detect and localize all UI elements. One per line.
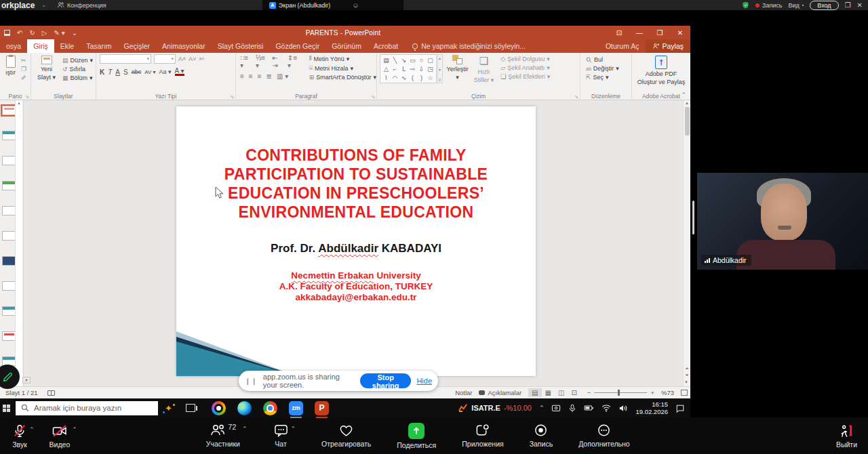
dialog-launcher-icon[interactable]: ⇘ [25, 94, 29, 100]
video-options-chevron[interactable]: ⌃ [72, 426, 77, 433]
notes-button[interactable]: Notlar [455, 389, 472, 396]
dialog-launcher-icon[interactable]: ⇘ [574, 94, 578, 100]
close-window-icon[interactable]: ✕ [670, 29, 690, 37]
save-icon[interactable] [4, 30, 10, 36]
reset-button[interactable]: ↺Sıfırla [62, 66, 93, 73]
arrange-button[interactable]: Yerleştir▾ [444, 53, 471, 83]
collapse-ribbon-icon[interactable]: ⌃ [681, 91, 686, 98]
shape-effects-button[interactable]: ❑Şekil Efektleri ▾ [500, 73, 550, 80]
leave-button[interactable]: Выйти [836, 424, 857, 449]
tab-conference[interactable]: Конференция [50, 0, 113, 10]
shapes-scrollbar[interactable]: ▴▾≡ [437, 54, 443, 83]
font-name-combo[interactable]: ▾ [100, 54, 151, 64]
tell-me-search[interactable]: Ne yapmak istediğinizi söyleyin... [412, 42, 526, 50]
panel-scrollbar[interactable]: ▴ [15, 100, 22, 386]
format-painter-button[interactable]: ✐ [21, 75, 26, 81]
chrome-app-icon[interactable] [263, 401, 277, 415]
font-size-combo[interactable]: ▾ [154, 54, 176, 64]
line-spacing-icon[interactable]: ⇕≡ ▾ [288, 54, 300, 69]
sign-in-button[interactable]: Oturum Aç [599, 42, 646, 50]
pause-icon[interactable]: ❙❙ [245, 377, 258, 385]
tab-transitions[interactable]: Geçişler [118, 39, 157, 53]
annotation-dropdown-icon[interactable]: ▾ [22, 377, 31, 384]
section-button[interactable]: ▦Bölüm ▾ [62, 75, 93, 81]
slide-sorter-view-button[interactable]: ▦ [542, 388, 555, 397]
shape-fill-button[interactable]: ◇Şekil Dolgusu ▾ [500, 56, 550, 62]
zoom-percent[interactable]: %73 [661, 389, 674, 396]
bold-button[interactable]: K [100, 68, 104, 76]
layout-button[interactable]: ▤Düzen ▾ [62, 57, 93, 64]
zoom-app-icon[interactable]: zm [289, 401, 303, 415]
tab-review[interactable]: Gözden Geçir [269, 39, 326, 53]
taskbar-clock[interactable]: 16:15 19.02.2026 [635, 400, 668, 415]
participants-chevron[interactable]: ⌃ [242, 426, 248, 432]
slide-thumbnail[interactable] [2, 281, 16, 291]
login-button[interactable]: Вход [810, 1, 838, 10]
shape-outline-button[interactable]: ▱Şekil Anahattı ▾ [500, 64, 550, 71]
clear-formatting-icon[interactable]: ✄ [199, 56, 205, 62]
security-shield-icon[interactable] [742, 1, 749, 9]
paste-button[interactable]: ıştır [3, 56, 18, 76]
restore-icon[interactable]: ❐ [650, 29, 670, 37]
edge-app-icon[interactable] [237, 401, 252, 415]
wifi-icon[interactable] [601, 404, 611, 412]
slide-thumbnail[interactable] [2, 156, 16, 165]
touch-mode-icon[interactable]: ✎ ▾ [54, 29, 64, 37]
shapes-gallery[interactable]: ▤╲↘▭○▢ △⌐𝖫⇨⇩◳ ⌇◠∿()☆ [380, 54, 437, 83]
tab-file[interactable]: osya [0, 39, 27, 53]
find-button[interactable]: Bul [586, 56, 631, 63]
slide-thumbnail[interactable] [2, 131, 16, 140]
grow-font-icon[interactable]: A˄ [178, 56, 186, 62]
chat-button[interactable]: Чат [273, 423, 289, 448]
tab-screen-share[interactable]: A Экран (Abdulkadir) ☺ [262, 0, 403, 10]
char-spacing-button[interactable]: AV ▾ [144, 69, 155, 75]
tab-insert[interactable]: Ekle [54, 39, 80, 53]
slide-thumbnail[interactable] [2, 206, 16, 215]
replace-button[interactable]: abDeğiştir ▾ [586, 65, 631, 72]
audio-button[interactable]: Звук [12, 424, 27, 449]
bullets-icon[interactable]: ∷≡ ▾ [240, 54, 251, 69]
copilot-app-icon[interactable] [212, 401, 226, 415]
popout-window-icon[interactable]: ❐ [845, 1, 851, 9]
slideshow-icon[interactable]: ▷ [42, 29, 47, 37]
slide-thumbnail[interactable] [2, 231, 16, 241]
font-color-button[interactable]: A ▾ [175, 68, 184, 76]
vertical-scrollbar[interactable]: ▴ ⏶ ⏷ ▾ [683, 100, 690, 386]
reading-view-button[interactable]: ◫ [555, 388, 568, 397]
select-button[interactable]: ⇱Seç ▾ [586, 74, 631, 81]
slide-thumbnail[interactable] [2, 181, 16, 190]
apps-button[interactable]: Приложения [462, 423, 503, 448]
panel-scrollbar-accent[interactable] [692, 201, 694, 234]
audio-options-chevron[interactable]: ⌃ [29, 426, 35, 433]
dialog-launcher-icon[interactable]: ⇘ [371, 94, 375, 100]
powerpoint-app-icon[interactable]: P [315, 401, 329, 415]
slide-thumbnail[interactable] [2, 106, 16, 115]
justify-icon[interactable]: ≣ [267, 73, 272, 80]
undo-icon[interactable]: ↶ [17, 29, 22, 37]
tab-design[interactable]: Tasarım [80, 39, 117, 53]
stop-sharing-button[interactable]: Stop sharing [360, 373, 411, 388]
dialog-launcher-icon[interactable]: ⇘ [230, 94, 234, 100]
align-left-icon[interactable]: ≡ [240, 73, 244, 80]
numbering-icon[interactable]: ⅓≡ ▾ [256, 54, 268, 69]
slide-thumbnail[interactable] [2, 256, 16, 266]
record-button[interactable]: Запись [530, 423, 553, 448]
change-case-button[interactable]: Aa ▾ [159, 68, 172, 75]
reaction-smiley-icon[interactable]: ☺ [352, 1, 359, 9]
close-icon[interactable]: ✕ [857, 1, 863, 9]
more-button[interactable]: Дополнительно [578, 423, 630, 448]
view-menu[interactable]: Вид ▪ [788, 2, 804, 9]
italic-button[interactable]: T [108, 68, 112, 76]
shrink-font-icon[interactable]: A˅ [189, 56, 196, 62]
start-button-icon[interactable] [3, 405, 10, 412]
chevron-down-icon[interactable]: ⌄ [41, 2, 46, 8]
stock-ticker-widget[interactable]: ISATR.E -%10.00 [458, 404, 532, 412]
proofing-icon[interactable] [47, 390, 55, 396]
new-slide-button[interactable]: YeniSlayt ▾ [35, 56, 58, 81]
normal-view-button[interactable]: ▤ [528, 388, 541, 397]
share-button[interactable]: Paylaş [646, 39, 690, 53]
columns-icon[interactable]: ▥ ▾ [277, 73, 288, 80]
tab-view[interactable]: Görünüm [326, 39, 368, 53]
ribbon-display-options-icon[interactable]: ⊡ [609, 29, 629, 37]
hide-link[interactable]: Hide [416, 377, 432, 385]
